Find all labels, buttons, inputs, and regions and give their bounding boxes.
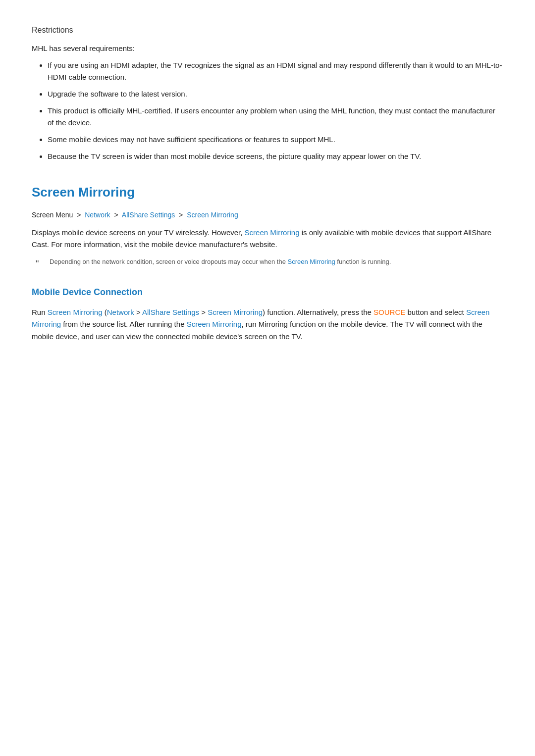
breadcrumb-network-link[interactable]: Network: [85, 211, 110, 219]
list-item: Some mobile devices may not have suffici…: [48, 134, 503, 146]
breadcrumb-allshare-link[interactable]: AllShare Settings: [122, 211, 175, 219]
mobile-network-link[interactable]: Network: [107, 308, 134, 316]
screen-mirroring-title: Screen Mirroring: [32, 182, 503, 203]
breadcrumb: Screen Menu > Network > AllShare Setting…: [32, 209, 503, 220]
screen-mirroring-note: Depending on the network condition, scre…: [32, 257, 503, 267]
restrictions-intro: MHL has several requirements:: [32, 43, 503, 54]
mobile-screen-mirroring-link4[interactable]: Screen Mirroring: [187, 320, 242, 328]
restrictions-heading: Restrictions: [32, 24, 503, 37]
note-screen-mirroring-link[interactable]: Screen Mirroring: [288, 258, 335, 265]
list-item: This product is officially MHL-certified…: [48, 105, 503, 129]
breadcrumb-screen-mirroring-link[interactable]: Screen Mirroring: [187, 211, 238, 219]
note-text: Depending on the network condition, scre…: [50, 257, 503, 267]
screen-mirroring-section: Screen Mirroring Screen Menu > Network >…: [32, 182, 503, 267]
source-link[interactable]: SOURCE: [374, 308, 405, 316]
list-item: Because the TV screen is wider than most…: [48, 151, 503, 162]
mobile-device-body: Run Screen Mirroring (Network > AllShare…: [32, 306, 503, 343]
breadcrumb-separator1: >: [77, 211, 81, 219]
restrictions-bullet-list: If you are using an HDMI adapter, the TV…: [32, 59, 503, 162]
mobile-screen-mirroring-link1[interactable]: Screen Mirroring: [48, 308, 103, 316]
mobile-device-section: Mobile Device Connection Run Screen Mirr…: [32, 285, 503, 343]
mobile-allshare-link[interactable]: AllShare Settings: [142, 308, 199, 316]
list-item: If you are using an HDMI adapter, the TV…: [48, 59, 503, 83]
screen-mirroring-inline-link[interactable]: Screen Mirroring: [245, 228, 300, 237]
mobile-device-title: Mobile Device Connection: [32, 285, 503, 300]
screen-mirroring-body: Displays mobile device screens on your T…: [32, 227, 503, 252]
breadcrumb-separator3: >: [179, 211, 183, 219]
breadcrumb-separator2: >: [114, 211, 118, 219]
mobile-screen-mirroring-link2[interactable]: Screen Mirroring: [208, 308, 263, 316]
breadcrumb-part1: Screen Menu: [32, 211, 73, 219]
list-item: Upgrade the software to the latest versi…: [48, 88, 503, 100]
